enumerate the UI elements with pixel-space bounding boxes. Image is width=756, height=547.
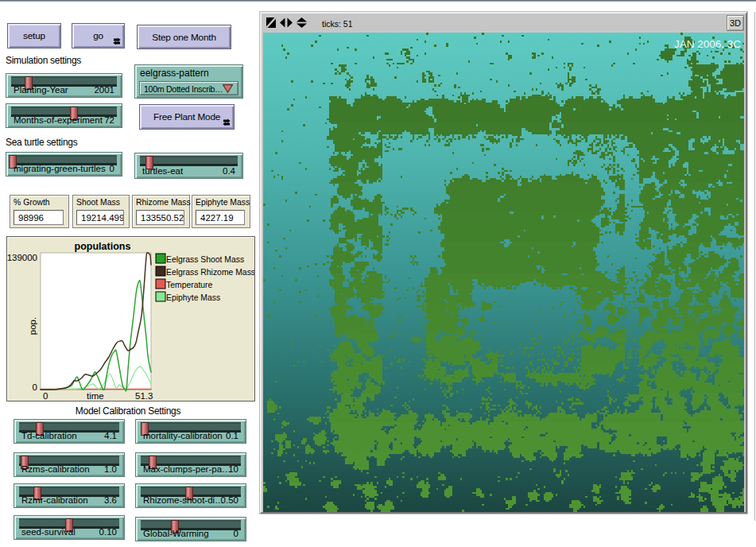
svg-text:Temperature: Temperature	[166, 281, 213, 289]
svg-text:0: 0	[33, 382, 37, 392]
svg-text:Eelgrass Shoot Mass: Eelgrass Shoot Mass	[166, 255, 244, 264]
svg-text:Eelgrass Rhizome Mass: Eelgrass Rhizome Mass	[166, 268, 254, 277]
svg-text:0: 0	[43, 391, 48, 401]
svg-text:JAN 2006, 3C: JAN 2006, 3C	[674, 38, 741, 50]
svg-text:time: time	[87, 391, 104, 401]
svg-text:pop.: pop.	[28, 317, 37, 335]
svg-text:139000: 139000	[7, 253, 37, 262]
svg-text:Epiphyte Mass: Epiphyte Mass	[166, 293, 220, 302]
svg-text:51.3: 51.3	[135, 391, 153, 401]
